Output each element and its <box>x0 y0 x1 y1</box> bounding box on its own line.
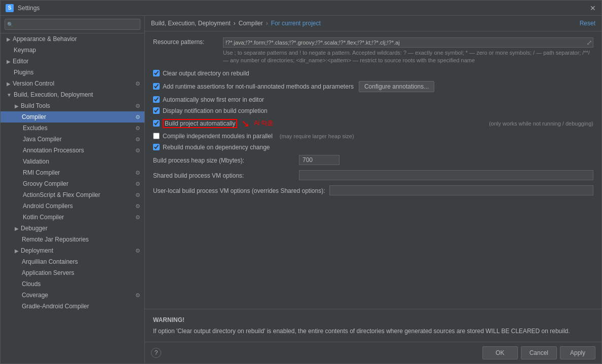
warning-text: If option 'Clear output directory on reb… <box>153 327 593 336</box>
show-first-error-checkbox[interactable] <box>153 96 160 103</box>
checkbox-add-runtime: Add runtime assertions for not-null-anno… <box>153 81 593 92</box>
reset-button[interactable]: Reset <box>580 20 595 27</box>
breadcrumb-path1: Build, Execution, Deployment <box>151 20 231 27</box>
bottom-bar: ? OK Cancel Apply <box>145 342 601 363</box>
sidebar-item-actionscript-compiler[interactable]: ActionScript & Flex Compiler ⚙ <box>1 189 144 200</box>
arrow-icon: ▶ <box>7 59 11 64</box>
clear-output-checkbox[interactable] <box>153 70 160 76</box>
gear-icon: ⚙ <box>135 214 140 221</box>
checkbox-clear-output: Clear output directory on rebuild <box>153 70 593 77</box>
sidebar-item-version-control[interactable]: ▶ Version Control ⚙ <box>1 78 144 89</box>
sidebar-item-debugger[interactable]: ▶ Debugger <box>1 223 144 234</box>
gear-icon: ⚙ <box>135 125 140 132</box>
compile-parallel-side-note: (may require larger heap size) <box>280 133 354 139</box>
sidebar-item-kotlin-compiler[interactable]: Kotlin Compiler ⚙ <box>1 212 144 223</box>
sidebar-item-label: Deployment <box>21 247 135 254</box>
close-button[interactable]: ✕ <box>589 5 596 12</box>
sidebar-item-label: Clouds <box>15 280 140 288</box>
shared-vm-label: Shared build process VM options: <box>153 171 295 179</box>
sidebar-item-java-compiler[interactable]: Java Compiler ⚙ <box>1 134 144 145</box>
sidebar-item-validation[interactable]: Validation <box>1 156 144 167</box>
ok-button[interactable]: OK <box>482 346 518 359</box>
search-wrap <box>5 19 140 30</box>
user-local-vm-label: User-local build process VM options (ove… <box>153 186 325 194</box>
sidebar-item-label: Excludes <box>23 125 135 132</box>
cancel-button[interactable]: Cancel <box>521 346 557 359</box>
heap-size-label: Build process heap size (Mbytes): <box>153 156 295 164</box>
breadcrumb-project-link[interactable]: For current project <box>271 20 321 27</box>
sidebar-item-arquillian[interactable]: Arquillian Containers <box>1 256 144 267</box>
resource-patterns-label: Resource patterns: <box>153 37 219 46</box>
search-input[interactable] <box>5 19 140 30</box>
sidebar-item-label: Version Control <box>13 80 135 87</box>
gear-icon: ⚙ <box>135 80 140 87</box>
display-notification-checkbox[interactable] <box>153 107 160 114</box>
title-bar-left: S Settings <box>6 4 40 12</box>
sidebar-item-remote-jar[interactable]: Remote Jar Repositories <box>1 234 144 245</box>
sidebar-item-rmi-compiler[interactable]: RMI Compiler ⚙ <box>1 167 144 178</box>
arrow-icon: ▶ <box>15 248 19 254</box>
title-bar: S Settings ✕ <box>1 1 601 16</box>
search-box <box>1 16 144 33</box>
build-project-auto-checkbox[interactable] <box>153 120 160 127</box>
sidebar-item-label: Kotlin Compiler <box>23 214 135 221</box>
sidebar-item-label: RMI Compiler <box>23 169 135 176</box>
sidebar-item-groovy-compiler[interactable]: Groovy Compiler ⚙ <box>1 178 144 189</box>
user-local-vm-input[interactable] <box>329 185 594 195</box>
clear-output-label: Clear output directory on rebuild <box>163 70 249 77</box>
gear-icon: ⚙ <box>135 136 140 143</box>
annotation-arrow: ➘ <box>241 118 250 129</box>
app-icon: S <box>6 4 14 12</box>
heap-size-input[interactable] <box>299 155 340 165</box>
expand-icon[interactable]: ⤢ <box>586 38 592 47</box>
gear-icon: ⚙ <box>135 203 140 210</box>
rebuild-module-checkbox[interactable] <box>153 144 160 150</box>
arrow-icon: ▼ <box>7 92 12 98</box>
sidebar-item-keymap[interactable]: Keymap <box>1 45 144 56</box>
shared-vm-input[interactable] <box>299 170 593 180</box>
sidebar-item-annotation-processors[interactable]: Annotation Processors ⚙ <box>1 145 144 156</box>
rebuild-module-label: Rebuild module on dependency change <box>163 144 270 151</box>
sidebar-item-android-compilers[interactable]: Android Compilers ⚙ <box>1 200 144 212</box>
build-project-auto-label: Build project automatically <box>163 119 237 128</box>
gear-icon: ⚙ <box>135 192 140 198</box>
main-content: Build, Execution, Deployment › Compiler … <box>145 16 601 363</box>
sidebar-item-label: ActionScript & Flex Compiler <box>23 191 135 198</box>
breadcrumb-bar: Build, Execution, Deployment › Compiler … <box>145 16 601 31</box>
sidebar-item-deployment[interactable]: ▶ Deployment ⚙ <box>1 245 144 256</box>
gear-icon: ⚙ <box>135 114 140 120</box>
sidebar-item-label: Compiler <box>15 113 135 120</box>
sidebar-item-build-exec[interactable]: ▼ Build, Execution, Deployment <box>1 89 144 100</box>
settings-dialog: S Settings ✕ ▶ Appearance & Behavior Key… <box>0 0 602 364</box>
annotated-text: Build project automatically <box>163 119 237 128</box>
resource-patterns-input[interactable] <box>223 37 593 48</box>
sidebar-item-editor[interactable]: ▶ Editor <box>1 56 144 67</box>
sidebar-item-app-servers[interactable]: Application Servers <box>1 267 144 278</box>
shared-vm-row: Shared build process VM options: <box>153 170 593 180</box>
sidebar-item-label: Annotation Processors <box>23 147 135 154</box>
content-area: Resource patterns: ⤢ Use ; to separate p… <box>145 31 601 309</box>
sidebar-item-coverage[interactable]: Coverage ⚙ <box>1 290 144 301</box>
add-runtime-checkbox[interactable] <box>153 83 160 90</box>
sidebar-item-clouds[interactable]: Clouds <box>1 278 144 290</box>
compile-parallel-checkbox[interactable] <box>153 133 160 139</box>
help-button[interactable]: ? <box>151 348 161 358</box>
apply-button[interactable]: Apply <box>560 346 595 359</box>
warning-title: WARNING! <box>153 315 593 325</box>
sidebar-item-build-tools[interactable]: ▶ Build Tools ⚙ <box>1 100 144 111</box>
configure-annotations-button[interactable]: Configure annotations... <box>359 81 434 92</box>
checkbox-build-auto: Build project automatically ➘ Ai 勾选 (onl… <box>153 118 593 129</box>
resource-patterns-row: Resource patterns: ⤢ Use ; to separate p… <box>153 37 593 65</box>
sidebar-item-label: Validation <box>23 158 140 165</box>
sidebar-item-label: Java Compiler <box>23 136 135 143</box>
checkbox-rebuild-module: Rebuild module on dependency change <box>153 144 593 151</box>
sidebar-item-compiler[interactable]: Compiler ⚙ <box>1 111 144 123</box>
resource-input-wrap: ⤢ Use ; to separate patterns and ! to ne… <box>223 37 593 65</box>
sidebar-item-excludes[interactable]: Excludes ⚙ <box>1 123 144 134</box>
build-auto-side-note: (only works while not running / debuggin… <box>489 120 593 127</box>
breadcrumb-separator: › <box>234 20 236 27</box>
sidebar-item-gradle-android[interactable]: Gradle-Android Compiler <box>1 301 144 312</box>
sidebar-item-plugins[interactable]: Plugins <box>1 67 144 78</box>
sidebar-item-appearance[interactable]: ▶ Appearance & Behavior <box>1 33 144 45</box>
sidebar-item-label: Appearance & Behavior <box>13 35 140 43</box>
